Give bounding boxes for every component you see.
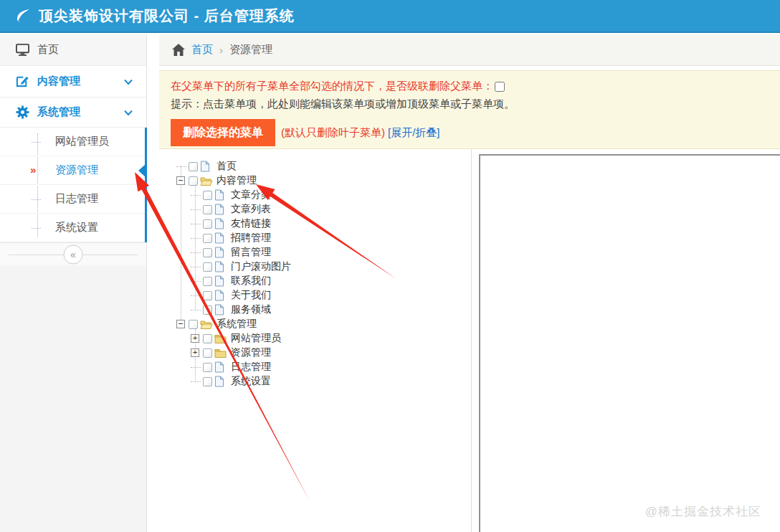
collapse-sidebar-button[interactable]: « bbox=[64, 244, 83, 264]
folder-open-icon bbox=[200, 318, 213, 330]
tree-expander-plus-icon[interactable]: + bbox=[191, 348, 199, 357]
folder-closed-icon bbox=[214, 347, 227, 358]
tree-node: 联系我们 bbox=[176, 274, 463, 288]
tree-node-label[interactable]: 关于我们 bbox=[229, 289, 272, 302]
tree-checkbox[interactable] bbox=[189, 176, 198, 186]
tree-expander-plus-icon[interactable]: + bbox=[191, 334, 199, 343]
tree-guide-stub bbox=[32, 199, 41, 200]
sidebar-collapse-row: « bbox=[0, 242, 146, 265]
tree-node-label[interactable]: 系统设置 bbox=[229, 375, 272, 388]
sidebar-item-system-mgmt[interactable]: 系统管理 bbox=[0, 98, 146, 128]
tree-checkbox[interactable] bbox=[203, 219, 212, 229]
content-divider bbox=[471, 149, 472, 532]
delete-selected-menus-button[interactable]: 删除选择的菜单 bbox=[171, 119, 275, 146]
tree-expander-minus-icon[interactable]: − bbox=[176, 320, 185, 328]
tree-checkbox[interactable] bbox=[189, 162, 198, 171]
tree-node: 文章列表 bbox=[176, 202, 463, 217]
expand-collapse-link[interactable]: [展开/折叠] bbox=[388, 126, 440, 140]
sidebar-footer bbox=[0, 265, 146, 532]
tree-connector bbox=[191, 209, 201, 210]
sidebar-item-home[interactable]: 首页 bbox=[0, 34, 146, 66]
tree-node: −系统管理 bbox=[176, 317, 463, 331]
sidebar-item-content-mgmt[interactable]: 内容管理 bbox=[0, 66, 146, 98]
tree-connector bbox=[191, 224, 201, 224]
chevron-down-icon bbox=[123, 77, 133, 87]
tree-node: 文章分类 bbox=[176, 188, 463, 202]
tree-checkbox[interactable] bbox=[203, 363, 212, 372]
tree-checkbox[interactable] bbox=[203, 277, 212, 286]
watermark: @稀土掘金技术社区 bbox=[645, 503, 761, 520]
tree-node-label[interactable]: 文章分类 bbox=[229, 189, 272, 201]
monitor-icon bbox=[16, 43, 29, 57]
tree-connector bbox=[191, 252, 201, 253]
cascade-delete-checkbox[interactable] bbox=[495, 82, 505, 92]
tree-checkbox[interactable] bbox=[203, 248, 212, 257]
tree-node-label[interactable]: 资源管理 bbox=[229, 346, 272, 359]
tree-node: −内容管理 bbox=[176, 174, 463, 188]
file-icon bbox=[214, 376, 227, 387]
tree-node: 日志管理 bbox=[176, 360, 463, 374]
sidebar: 首页 内容管理 系统管理 网站管理员 bbox=[0, 34, 147, 532]
tree-node: 系统设置 bbox=[176, 374, 463, 389]
tree-node-label[interactable]: 留言管理 bbox=[229, 246, 272, 259]
tree-node: +资源管理 bbox=[176, 346, 463, 360]
file-icon bbox=[214, 290, 227, 301]
tree-node-label[interactable]: 文章列表 bbox=[229, 203, 272, 216]
tree-connector bbox=[191, 267, 201, 267]
sidebar-submenu: 网站管理员 » 资源管理 日志管理 系统设置 bbox=[0, 128, 147, 242]
tree-node: 服务领域 bbox=[176, 303, 463, 317]
cascade-delete-question: 在父菜单下的所有子菜单全部勾选的情况下，是否级联删除父菜单： bbox=[171, 80, 769, 93]
tree-guide-stub bbox=[32, 142, 41, 143]
tree-checkbox[interactable] bbox=[203, 191, 212, 200]
sidebar-item-label: 系统管理 bbox=[37, 105, 80, 119]
tree-checkbox[interactable] bbox=[203, 205, 212, 214]
breadcrumb-home-link[interactable]: 首页 bbox=[191, 43, 213, 57]
sidebar-item-label: 日志管理 bbox=[55, 192, 98, 206]
file-icon bbox=[214, 232, 227, 244]
tree-connector bbox=[191, 381, 201, 382]
tree-node-label[interactable]: 友情链接 bbox=[229, 217, 272, 230]
tree-checkbox[interactable] bbox=[203, 334, 212, 343]
file-icon bbox=[214, 247, 227, 258]
tree-node-label[interactable]: 首页 bbox=[215, 160, 238, 173]
tree-checkbox[interactable] bbox=[203, 234, 212, 243]
tree-checkbox[interactable] bbox=[189, 320, 198, 329]
folder-open-icon bbox=[200, 175, 213, 186]
tree-node-label[interactable]: 联系我们 bbox=[229, 275, 272, 288]
breadcrumb: 首页 › 资源管理 bbox=[159, 34, 780, 66]
tree-connector bbox=[191, 281, 201, 282]
tree-node-label[interactable]: 内容管理 bbox=[215, 174, 258, 187]
leaf-logo-icon bbox=[14, 6, 33, 25]
folder-closed-icon bbox=[214, 333, 227, 344]
tree-node-label[interactable]: 服务领域 bbox=[229, 303, 272, 316]
sidebar-item-site-admin[interactable]: 网站管理员 bbox=[0, 128, 145, 156]
tree-checkbox[interactable] bbox=[203, 291, 212, 300]
tree-checkbox[interactable] bbox=[203, 305, 212, 315]
tree-node: 首页 bbox=[176, 159, 463, 174]
sidebar-item-log-mgmt[interactable]: 日志管理 bbox=[0, 185, 145, 214]
tree-node: 招聘管理 bbox=[176, 231, 463, 245]
edit-icon bbox=[16, 75, 29, 88]
home-icon bbox=[172, 44, 185, 56]
tree-node-label[interactable]: 招聘管理 bbox=[229, 232, 272, 244]
file-icon bbox=[214, 304, 227, 315]
active-caret-icon: » bbox=[30, 163, 36, 176]
gear-icon bbox=[16, 105, 29, 119]
tree-node-label[interactable]: 系统管理 bbox=[215, 318, 258, 331]
tree-node-label[interactable]: 门户滚动图片 bbox=[229, 260, 292, 273]
notice-panel: 在父菜单下的所有子菜单全部勾选的情况下，是否级联删除父菜单： 提示：点击菜单项，… bbox=[159, 70, 780, 149]
tree-node-label[interactable]: 日志管理 bbox=[229, 361, 272, 374]
tree-connector bbox=[191, 195, 201, 196]
tree-node: 关于我们 bbox=[176, 288, 463, 303]
tree-checkbox[interactable] bbox=[203, 262, 212, 272]
file-icon bbox=[214, 189, 227, 201]
sidebar-item-label: 网站管理员 bbox=[55, 135, 109, 148]
tree-checkbox[interactable] bbox=[203, 377, 212, 386]
tree-expander-minus-icon[interactable]: − bbox=[176, 176, 185, 185]
sidebar-item-resource-mgmt[interactable]: » 资源管理 bbox=[0, 156, 145, 185]
tree-node-label[interactable]: 网站管理员 bbox=[229, 332, 282, 345]
tree-checkbox[interactable] bbox=[203, 348, 212, 358]
tree-node: 门户滚动图片 bbox=[176, 260, 463, 274]
sidebar-item-system-settings[interactable]: 系统设置 bbox=[0, 214, 145, 242]
active-item-marker bbox=[138, 164, 146, 177]
